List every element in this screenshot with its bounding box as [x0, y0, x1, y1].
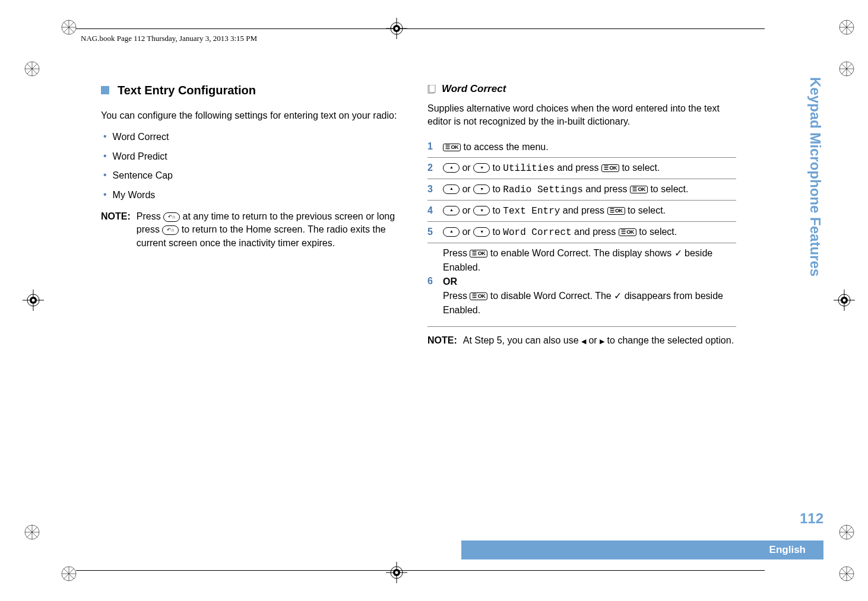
- step-text: or to Word Correct and press ☰ OK to sel…: [443, 225, 736, 240]
- bullet-dot-icon: •: [103, 189, 107, 202]
- step-text: Press ☰ OK to enable Word Correct. The d…: [443, 246, 736, 317]
- right-arrow-icon: [600, 335, 604, 345]
- bullet-dot-icon: •: [103, 131, 107, 144]
- step-number: 5: [427, 225, 436, 239]
- section-title: Text Entry Configuration: [101, 82, 404, 98]
- bullet-item: •Word Predict: [103, 150, 404, 163]
- header-meta: NAG.book Page 112 Thursday, January 3, 2…: [81, 34, 257, 43]
- note-text: Press ↶⌂ at any time to return to the pr…: [137, 210, 404, 250]
- down-key-icon: [473, 163, 490, 173]
- radial-mark: [837, 523, 856, 542]
- register-mark-top: [386, 18, 407, 39]
- left-column: Text Entry Configuration You can configu…: [101, 82, 404, 353]
- ok-key-icon: ☰ OK: [443, 144, 461, 151]
- step-number: 3: [427, 183, 436, 196]
- step-item: 3 or to Radio Settings and press ☰ OK to…: [427, 179, 736, 201]
- frame-top: [76, 28, 765, 31]
- back-key-icon: ↶⌂: [162, 225, 179, 235]
- note-block: NOTE: Press ↶⌂ at any time to return to …: [101, 210, 404, 250]
- radial-mark: [23, 523, 42, 542]
- radial-mark: [23, 59, 42, 78]
- register-mark-left: [23, 290, 44, 311]
- ok-key-icon: ☰ OK: [630, 186, 648, 193]
- step-item: 2 or to Utilities and press ☰ OK to sele…: [427, 158, 736, 179]
- step-text: or to Text Entry and press ☰ OK to selec…: [443, 203, 736, 218]
- bullet-text: Sentence Cap: [113, 169, 173, 182]
- bullet-item: •Sentence Cap: [103, 169, 404, 182]
- note-block: NOTE: At Step 5, you can also use or to …: [427, 334, 736, 347]
- svg-point-19: [395, 571, 398, 574]
- step-number: 2: [427, 161, 436, 174]
- down-key-icon: [473, 227, 490, 237]
- menu-path: Utilities: [503, 163, 554, 174]
- down-key-icon: [473, 185, 490, 194]
- ok-key-icon: ☰ OK: [601, 164, 619, 172]
- page-content: Text Entry Configuration You can configu…: [101, 82, 752, 353]
- ok-key-icon: ☰ OK: [470, 292, 487, 300]
- radial-mark: [837, 564, 856, 583]
- step-item: 1 ☰ OK to access the menu.: [427, 137, 736, 158]
- radial-mark: [59, 18, 78, 37]
- menu-path: Word Correct: [503, 227, 571, 238]
- bullet-dot-icon: •: [103, 150, 107, 163]
- svg-rect-61: [429, 85, 435, 93]
- up-key-icon: [443, 227, 460, 237]
- menu-path: Radio Settings: [503, 185, 582, 195]
- note-label: NOTE:: [427, 334, 457, 347]
- check-icon: ✓: [674, 248, 682, 258]
- footer-language: English: [461, 540, 823, 559]
- bullet-dot-icon: •: [103, 169, 107, 182]
- ok-key-icon: ☰ OK: [607, 207, 625, 215]
- subsection-title-text: Word Correct: [442, 82, 506, 96]
- svg-point-4: [32, 299, 35, 302]
- step-text: or to Radio Settings and press ☰ OK to s…: [443, 182, 736, 197]
- radial-mark: [837, 18, 856, 37]
- up-key-icon: [443, 206, 460, 215]
- bullet-item: •My Words: [103, 189, 404, 202]
- check-icon: ✓: [614, 291, 622, 301]
- step-text: or to Utilities and press ☰ OK to select…: [443, 161, 736, 176]
- step-number: 6: [427, 275, 436, 288]
- step-item: 6 Press ☰ OK to enable Word Correct. The…: [427, 243, 736, 320]
- section-bullet-icon: [101, 86, 109, 94]
- or-label: OR: [443, 276, 457, 287]
- register-mark-right: [834, 290, 855, 311]
- bullet-list: •Word Correct •Word Predict •Sentence Ca…: [103, 131, 404, 202]
- bullet-text: Word Predict: [113, 150, 167, 163]
- document-icon: [427, 84, 436, 94]
- step-item: 5 or to Word Correct and press ☰ OK to s…: [427, 222, 736, 243]
- bullet-text: My Words: [113, 189, 156, 202]
- subsection-title: Word Correct: [427, 82, 736, 96]
- bullet-item: •Word Correct: [103, 131, 404, 144]
- note-label: NOTE:: [101, 210, 131, 250]
- svg-point-14: [395, 27, 398, 30]
- back-key-icon: ↶⌂: [163, 212, 180, 222]
- radial-mark: [59, 564, 78, 583]
- intro-text: You can configure the following settings…: [101, 109, 404, 122]
- frame-bottom: [76, 570, 765, 573]
- right-column: Word Correct Supplies alternative word c…: [427, 82, 736, 353]
- subsection-intro: Supplies alternative word choices when t…: [427, 102, 736, 129]
- side-tab-title: Keypad Microphone Features: [803, 77, 823, 386]
- menu-path: Text Entry: [503, 206, 560, 217]
- ok-key-icon: ☰ OK: [619, 228, 636, 236]
- up-key-icon: [443, 163, 460, 173]
- radial-mark: [837, 59, 856, 78]
- svg-point-9: [843, 299, 846, 302]
- up-key-icon: [443, 185, 460, 194]
- register-mark-bottom: [386, 562, 407, 583]
- note-text: At Step 5, you can also use or to change…: [463, 334, 736, 347]
- divider: [427, 326, 736, 327]
- step-number: 4: [427, 204, 436, 217]
- section-title-text: Text Entry Configuration: [118, 82, 256, 98]
- left-arrow-icon: [581, 335, 586, 345]
- page-number: 112: [800, 510, 823, 527]
- bullet-text: Word Correct: [113, 131, 169, 144]
- step-text: ☰ OK to access the menu.: [443, 140, 736, 154]
- down-key-icon: [473, 206, 490, 215]
- step-number: 1: [427, 140, 436, 153]
- step-item: 4 or to Text Entry and press ☰ OK to sel…: [427, 201, 736, 222]
- step-list: 1 ☰ OK to access the menu. 2 or to Utili…: [427, 137, 736, 320]
- ok-key-icon: ☰ OK: [470, 250, 487, 257]
